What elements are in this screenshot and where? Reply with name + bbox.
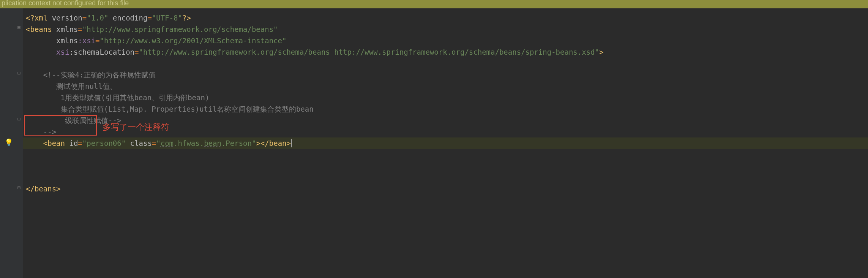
fold-icon[interactable]: ⊟ [17,24,21,30]
text-caret [291,139,292,147]
xml-attr: schemaLocation [74,48,134,56]
code-line[interactable] [23,58,868,69]
xml-attr-value: "http://www.w3.org/2001/XMLSchema-instan… [100,36,287,45]
xml-attr: encoding [113,14,148,22]
code-line[interactable]: 测试使用null值、 [23,81,868,92]
xml-comment-extra: --> [43,128,56,136]
code-line[interactable] [23,172,868,183]
xml-comment: 1用类型赋值(引用其他bean、引用内部bean) [56,93,209,102]
xml-attr: xmlns [56,25,78,33]
xml-tag: xml [35,14,47,22]
code-line[interactable]: </beans> [23,183,868,194]
code-line[interactable] [23,160,868,172]
xml-attr: id [69,139,78,147]
xml-tag: beans [35,185,56,193]
code-line[interactable]: 1用类型赋值(引用其他bean、引用内部bean) [23,92,868,103]
xml-comment: <!--实验4:正确的为各种属性赋值 [43,71,156,79]
xml-attr-value: "person06" [82,139,126,147]
xml-attr-value: "http://www.springframework.org/schema/b… [139,48,599,56]
xml-ns: xsi [82,36,95,45]
notification-banner[interactable]: plication context not configured for thi… [0,0,868,8]
code-line-current[interactable]: <bean id="person06" class="com.hfwas.bea… [23,137,868,149]
xml-tag: bean [47,139,65,147]
xml-attr: class [130,139,152,147]
fold-icon[interactable]: ⊟ [17,70,21,76]
intention-bulb-icon[interactable]: 💡 [5,138,13,146]
gutter[interactable]: ⊟ ⊟ ⊟ 💡 ⊟ [0,8,23,278]
xml-tag: bean [269,139,287,147]
xml-comment: 集合类型赋值(List,Map. Properties)util名称空间创建集合… [56,105,314,113]
xml-pi-close: ?> [182,14,191,22]
xml-attr-value: "http://www.springframework.org/schema/b… [82,25,278,33]
code-line[interactable]: xsi:schemaLocation="http://www.springfra… [23,46,868,58]
xml-attr-value: "1.0" [87,14,108,22]
xml-comment: 测试使用null值、 [56,82,117,90]
code-line[interactable]: <beans xmlns="http://www.springframework… [23,24,868,35]
code-line[interactable]: xmlns:xsi="http://www.w3.org/2001/XMLSch… [23,35,868,46]
code-line[interactable] [23,149,868,160]
banner-text: plication context not configured for thi… [2,0,129,7]
xml-attr-value: "UTF-8" [152,14,182,22]
xml-attr: version [52,14,82,22]
xml-pi-open: <? [26,14,35,22]
code-line[interactable]: 集合类型赋值(List,Map. Properties)util名称空间创建集合… [23,103,868,115]
code-line[interactable]: <?xml version="1.0" encoding="UTF-8"?> [23,12,868,24]
fold-icon[interactable]: ⊟ [17,185,21,191]
editor-area: ⊟ ⊟ ⊟ 💡 ⊟ <?xml version="1.0" encoding="… [0,8,868,278]
fold-icon[interactable]: ⊟ [17,116,21,122]
xml-attr: xmlns [56,36,78,45]
xml-tag: beans [30,25,52,33]
xml-ns: xsi [56,48,69,56]
code-line[interactable]: <!--实验4:正确的为各种属性赋值 [23,69,868,81]
code-area[interactable]: <?xml version="1.0" encoding="UTF-8"?> <… [23,8,868,278]
annotation-text: 多写了一个注释符 [103,122,169,133]
